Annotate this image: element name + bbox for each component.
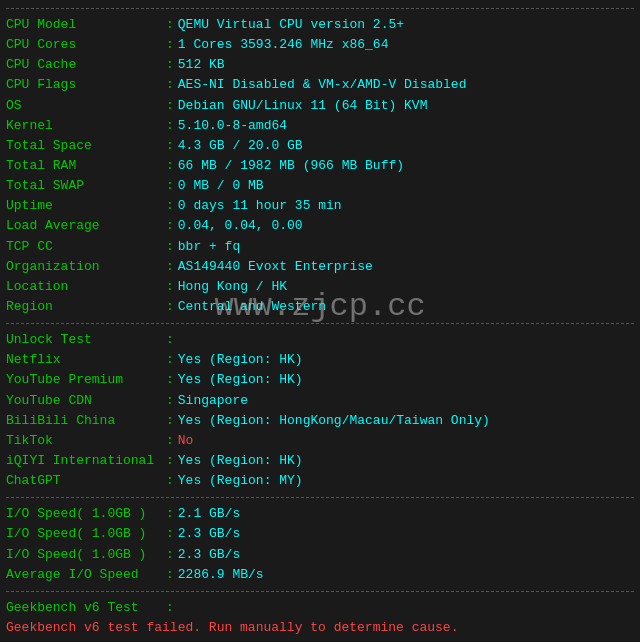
table-row: Location : Hong Kong / HK bbox=[6, 277, 634, 297]
installing-value: Installing Geekbench 5... bbox=[6, 638, 201, 642]
io3-label: I/O Speed( 1.0GB ) bbox=[6, 545, 166, 565]
table-row: I/O Speed( 1.0GB ) : 2.1 GB/s bbox=[6, 504, 634, 524]
cpu-cache-value: 512 KB bbox=[178, 55, 225, 75]
system-section: CPU Model : QEMU Virtual CPU version 2.5… bbox=[6, 13, 634, 319]
os-label: OS bbox=[6, 96, 166, 116]
gb6-label: Geekbench v6 Test bbox=[6, 598, 166, 618]
table-row: YouTube CDN : Singapore bbox=[6, 391, 634, 411]
io2-label: I/O Speed( 1.0GB ) bbox=[6, 524, 166, 544]
unlock-test-label: Unlock Test bbox=[6, 330, 166, 350]
youtube-cdn-value: Singapore bbox=[178, 391, 248, 411]
table-row: ChatGPT : Yes (Region: MY) bbox=[6, 471, 634, 491]
cpu-model-label: CPU Model bbox=[6, 15, 166, 35]
cpu-flags-value: AES-NI Disabled & VM-x/AMD-V Disabled bbox=[178, 75, 467, 95]
geekbench-error-row: Geekbench v6 test failed. Run manually t… bbox=[6, 618, 634, 638]
table-row: Region : Central and Western bbox=[6, 297, 634, 317]
io2-value: 2.3 GB/s bbox=[178, 524, 240, 544]
netflix-value: Yes (Region: HK) bbox=[178, 350, 303, 370]
cpu-flags-label: CPU Flags bbox=[6, 75, 166, 95]
cpu-cores-label: CPU Cores bbox=[6, 35, 166, 55]
table-row: YouTube Premium : Yes (Region: HK) bbox=[6, 370, 634, 390]
io-section: I/O Speed( 1.0GB ) : 2.1 GB/s I/O Speed(… bbox=[6, 502, 634, 587]
table-row: Load Average : 0.04, 0.04, 0.00 bbox=[6, 216, 634, 236]
geekbench-section: Geekbench v6 Test : Geekbench v6 test fa… bbox=[6, 596, 634, 642]
table-row: CPU Model : QEMU Virtual CPU version 2.5… bbox=[6, 15, 634, 35]
table-row: Uptime : 0 days 11 hour 35 min bbox=[6, 196, 634, 216]
table-row: Installing Geekbench 5... bbox=[6, 638, 634, 642]
total-space-value: 4.3 GB / 20.0 GB bbox=[178, 136, 303, 156]
io3-value: 2.3 GB/s bbox=[178, 545, 240, 565]
cpu-cache-label: CPU Cache bbox=[6, 55, 166, 75]
table-row: BiliBili China : Yes (Region: HongKong/M… bbox=[6, 411, 634, 431]
region-label: Region bbox=[6, 297, 166, 317]
table-row: I/O Speed( 1.0GB ) : 2.3 GB/s bbox=[6, 545, 634, 565]
organization-value: AS149440 Evoxt Enterprise bbox=[178, 257, 373, 277]
load-average-value: 0.04, 0.04, 0.00 bbox=[178, 216, 303, 236]
table-row: I/O Speed( 1.0GB ) : 2.3 GB/s bbox=[6, 524, 634, 544]
divider-3 bbox=[6, 497, 634, 498]
uptime-value: 0 days 11 hour 35 min bbox=[178, 196, 342, 216]
chatgpt-label: ChatGPT bbox=[6, 471, 166, 491]
table-row: Total SWAP : 0 MB / 0 MB bbox=[6, 176, 634, 196]
gb6-error-value: Geekbench v6 test failed. Run manually t… bbox=[6, 618, 458, 638]
table-row: OS : Debian GNU/Linux 11 (64 Bit) KVM bbox=[6, 96, 634, 116]
avg-io-value: 2286.9 MB/s bbox=[178, 565, 264, 585]
youtube-premium-value: Yes (Region: HK) bbox=[178, 370, 303, 390]
table-row: Average I/O Speed : 2286.9 MB/s bbox=[6, 565, 634, 585]
table-row: Unlock Test : bbox=[6, 330, 634, 350]
top-divider bbox=[6, 8, 634, 9]
location-value: Hong Kong / HK bbox=[178, 277, 287, 297]
avg-io-label: Average I/O Speed bbox=[6, 565, 166, 585]
youtube-cdn-label: YouTube CDN bbox=[6, 391, 166, 411]
bilibili-value: Yes (Region: HongKong/Macau/Taiwan Only) bbox=[178, 411, 490, 431]
bilibili-label: BiliBili China bbox=[6, 411, 166, 431]
table-row: iQIYI International : Yes (Region: HK) bbox=[6, 451, 634, 471]
table-row: CPU Cache : 512 KB bbox=[6, 55, 634, 75]
total-space-label: Total Space bbox=[6, 136, 166, 156]
table-row: Total RAM : 66 MB / 1982 MB (966 MB Buff… bbox=[6, 156, 634, 176]
table-row: CPU Cores : 1 Cores 3593.246 MHz x86_64 bbox=[6, 35, 634, 55]
location-label: Location bbox=[6, 277, 166, 297]
youtube-premium-label: YouTube Premium bbox=[6, 370, 166, 390]
table-row: Total Space : 4.3 GB / 20.0 GB bbox=[6, 136, 634, 156]
cpu-cores-value: 1 Cores 3593.246 MHz x86_64 bbox=[178, 35, 389, 55]
region-value: Central and Western bbox=[178, 297, 326, 317]
table-row: TCP CC : bbr + fq bbox=[6, 237, 634, 257]
tiktok-label: TikTok bbox=[6, 431, 166, 451]
iqiyi-value: Yes (Region: HK) bbox=[178, 451, 303, 471]
kernel-label: Kernel bbox=[6, 116, 166, 136]
os-value: Debian GNU/Linux 11 (64 Bit) KVM bbox=[178, 96, 428, 116]
divider-4 bbox=[6, 591, 634, 592]
io1-label: I/O Speed( 1.0GB ) bbox=[6, 504, 166, 524]
tcp-cc-label: TCP CC bbox=[6, 237, 166, 257]
total-swap-label: Total SWAP bbox=[6, 176, 166, 196]
load-average-label: Load Average bbox=[6, 216, 166, 236]
tiktok-value: No bbox=[178, 431, 194, 451]
table-row: Organization : AS149440 Evoxt Enterprise bbox=[6, 257, 634, 277]
total-swap-value: 0 MB / 0 MB bbox=[178, 176, 264, 196]
chatgpt-value: Yes (Region: MY) bbox=[178, 471, 303, 491]
io1-value: 2.1 GB/s bbox=[178, 504, 240, 524]
netflix-label: Netflix bbox=[6, 350, 166, 370]
kernel-value: 5.10.0-8-amd64 bbox=[178, 116, 287, 136]
uptime-label: Uptime bbox=[6, 196, 166, 216]
table-row: TikTok : No bbox=[6, 431, 634, 451]
iqiyi-label: iQIYI International bbox=[6, 451, 166, 471]
total-ram-value: 66 MB / 1982 MB (966 MB Buff) bbox=[178, 156, 404, 176]
table-row: CPU Flags : AES-NI Disabled & VM-x/AMD-V… bbox=[6, 75, 634, 95]
organization-label: Organization bbox=[6, 257, 166, 277]
total-ram-label: Total RAM bbox=[6, 156, 166, 176]
tcp-cc-value: bbr + fq bbox=[178, 237, 240, 257]
unlock-section: Unlock Test : Netflix : Yes (Region: HK)… bbox=[6, 328, 634, 493]
table-row: Kernel : 5.10.0-8-amd64 bbox=[6, 116, 634, 136]
table-row: Geekbench v6 Test : bbox=[6, 598, 634, 618]
cpu-model-value: QEMU Virtual CPU version 2.5+ bbox=[178, 15, 404, 35]
table-row: Netflix : Yes (Region: HK) bbox=[6, 350, 634, 370]
divider-2 bbox=[6, 323, 634, 324]
